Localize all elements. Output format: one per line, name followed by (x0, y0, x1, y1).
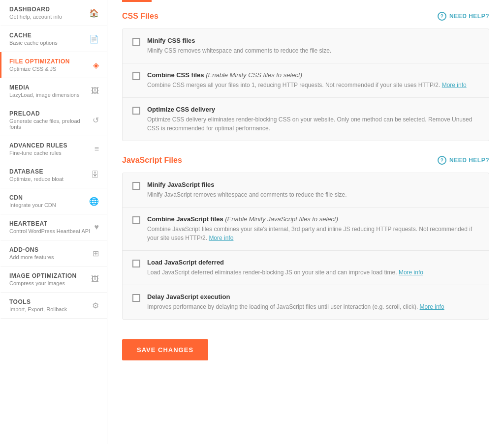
sidebar-title-advanced-rules: ADVANCED RULES (9, 142, 91, 149)
checkbox-defer-js[interactable] (132, 260, 140, 267)
sidebar-item-tools[interactable]: TOOLS Import, Export, Rollback ⚙ (0, 293, 107, 319)
sidebar-icon-database: 🗄 (91, 171, 99, 179)
sidebar-item-cache[interactable]: CACHE Basic cache options 📄 (0, 26, 107, 52)
js-options-card: Minify JavaScript files Minify JavaScrip… (122, 173, 489, 320)
sidebar-text-heartbeat: HEARTBEAT Control WordPress Heartbeat AP… (9, 220, 91, 234)
option-text-defer-js: Load JavaScript deferred Load JavaScript… (147, 259, 479, 277)
sidebar-subtitle-advanced-rules: Fine-tune cache rules (9, 150, 91, 156)
sidebar-icon-tools: ⚙ (92, 301, 99, 310)
sidebar-item-heartbeat[interactable]: HEARTBEAT Control WordPress Heartbeat AP… (0, 214, 107, 240)
option-row-optimize-css: Optimize CSS delivery Optimize CSS deliv… (123, 98, 489, 141)
more-info-link-defer-js[interactable]: More info (399, 269, 423, 276)
sidebar-item-file-optimization[interactable]: ➜ FILE OPTIMIZATION Optimize CSS & JS ◈ (0, 52, 107, 78)
more-info-link-combine-css[interactable]: More info (442, 82, 467, 89)
sidebar-subtitle-media: LazyLoad, image dimensions (9, 92, 87, 98)
sidebar-subtitle-add-ons: Add more features (9, 254, 89, 260)
sidebar-subtitle-preload: Generate cache files, preload fonts (9, 118, 89, 130)
sidebar-text-media: MEDIA LazyLoad, image dimensions (9, 84, 87, 98)
save-changes-button[interactable]: SAVE CHANGES (122, 339, 208, 360)
sidebar-title-media: MEDIA (9, 84, 87, 91)
js-section-header: JavaScript Files ? NEED HELP? (122, 156, 489, 165)
sidebar: DASHBOARD Get help, account info 🏠 CACHE… (0, 0, 107, 444)
sidebar-icon-media: 🖼 (91, 87, 99, 95)
option-row-minify-css: Minify CSS files Minify CSS removes whit… (123, 29, 489, 63)
css-section-header: CSS Files ? NEED HELP? (122, 12, 489, 21)
sidebar-text-preload: PRELOAD Generate cache files, preload fo… (9, 110, 89, 130)
option-desc-defer-js: Load JavaScript deferred eliminates rend… (147, 268, 479, 277)
checkbox-minify-js[interactable] (132, 182, 140, 190)
option-text-combine-css: Combine CSS files (Enable Minify CSS fil… (147, 71, 479, 89)
sidebar-title-cache: CACHE (9, 32, 85, 39)
option-row-combine-js: Combine JavaScript files (Enable Minify … (123, 207, 489, 251)
sidebar-item-advanced-rules[interactable]: ADVANCED RULES Fine-tune cache rules ≡ (0, 136, 107, 162)
option-row-delay-js: Delay JavaScript execution Improves perf… (123, 285, 489, 319)
option-label-delay-js: Delay JavaScript execution (147, 293, 479, 300)
sidebar-title-heartbeat: HEARTBEAT (9, 220, 91, 227)
sidebar-title-dashboard: DASHBOARD (9, 6, 85, 13)
option-desc-combine-js: Combine JavaScript files combines your s… (147, 225, 479, 242)
sidebar-title-cdn: CDN (9, 194, 85, 201)
sidebar-text-add-ons: ADD-ONS Add more features (9, 246, 89, 260)
js-section-title: JavaScript Files (122, 156, 182, 165)
sidebar-subtitle-dashboard: Get help, account info (9, 14, 85, 20)
sidebar-subtitle-image-optimization: Compress your images (9, 280, 87, 286)
sidebar-text-tools: TOOLS Import, Export, Rollback (9, 298, 88, 312)
sidebar-text-cache: CACHE Basic cache options (9, 32, 85, 46)
sidebar-item-add-ons[interactable]: ADD-ONS Add more features ⊞ (0, 240, 107, 266)
sidebar-title-file-optimization: FILE OPTIMIZATION (9, 58, 89, 65)
sidebar-title-database: DATABASE (9, 168, 87, 175)
option-desc-delay-js: Improves performance by delaying the loa… (147, 302, 479, 311)
sidebar-icon-file-optimization: ◈ (93, 60, 99, 70)
sidebar-subtitle-cache: Basic cache options (9, 40, 85, 46)
option-desc-combine-css: Combine CSS merges all your files into 1… (147, 81, 479, 89)
top-bar (122, 0, 152, 2)
option-label-combine-css: Combine CSS files (Enable Minify CSS fil… (147, 71, 479, 79)
sidebar-item-media[interactable]: MEDIA LazyLoad, image dimensions 🖼 (0, 78, 107, 104)
js-need-help-icon: ? (438, 156, 446, 165)
sidebar-icon-heartbeat: ♥ (94, 223, 99, 232)
css-need-help[interactable]: ? NEED HELP? (438, 12, 489, 21)
sidebar-text-database: DATABASE Optimize, reduce bloat (9, 168, 87, 182)
sidebar-icon-dashboard: 🏠 (89, 8, 99, 18)
checkbox-optimize-css[interactable] (132, 107, 140, 115)
sidebar-title-image-optimization: IMAGE OPTIMIZATION (9, 272, 87, 279)
sidebar-text-file-optimization: FILE OPTIMIZATION Optimize CSS & JS (9, 58, 89, 72)
sidebar-icon-add-ons: ⊞ (93, 249, 99, 258)
sidebar-text-cdn: CDN Integrate your CDN (9, 194, 85, 208)
option-label-optimize-css: Optimize CSS delivery (147, 106, 479, 113)
more-info-link-delay-js[interactable]: More info (420, 303, 444, 310)
sidebar-text-dashboard: DASHBOARD Get help, account info (9, 6, 85, 20)
option-text-minify-css: Minify CSS files Minify CSS removes whit… (147, 37, 479, 55)
option-desc-optimize-css: Optimize CSS delivery eliminates render-… (147, 115, 479, 133)
option-label-defer-js: Load JavaScript deferred (147, 259, 479, 266)
sidebar-item-cdn[interactable]: CDN Integrate your CDN 🌐 (0, 188, 107, 214)
css-options-card: Minify CSS files Minify CSS removes whit… (122, 29, 489, 141)
sidebar-icon-advanced-rules: ≡ (94, 145, 99, 153)
checkbox-combine-js[interactable] (132, 216, 140, 224)
option-row-minify-js: Minify JavaScript files Minify JavaScrip… (123, 173, 489, 207)
sidebar-text-advanced-rules: ADVANCED RULES Fine-tune cache rules (9, 142, 91, 156)
option-row-combine-css: Combine CSS files (Enable Minify CSS fil… (123, 63, 489, 98)
sidebar-icon-preload: ↺ (93, 116, 99, 125)
js-need-help[interactable]: ? NEED HELP? (438, 156, 489, 165)
option-row-defer-js: Load JavaScript deferred Load JavaScript… (123, 251, 489, 285)
checkbox-combine-css[interactable] (132, 72, 140, 80)
need-help-icon: ? (438, 12, 446, 21)
css-section-title: CSS Files (122, 12, 158, 21)
checkbox-delay-js[interactable] (132, 294, 140, 302)
sidebar-icon-image-optimization: 🖼 (91, 275, 99, 284)
option-label-minify-css: Minify CSS files (147, 37, 479, 44)
sidebar-item-dashboard[interactable]: DASHBOARD Get help, account info 🏠 (0, 0, 107, 26)
sidebar-subtitle-database: Optimize, reduce bloat (9, 176, 87, 182)
sidebar-title-add-ons: ADD-ONS (9, 246, 89, 253)
sidebar-item-preload[interactable]: PRELOAD Generate cache files, preload fo… (0, 104, 107, 136)
sidebar-item-image-optimization[interactable]: IMAGE OPTIMIZATION Compress your images … (0, 266, 107, 293)
option-label-minify-js: Minify JavaScript files (147, 181, 479, 188)
sidebar-item-database[interactable]: DATABASE Optimize, reduce bloat 🗄 (0, 162, 107, 188)
main-content: CSS Files ? NEED HELP? Minify CSS files … (107, 0, 504, 444)
more-info-link-combine-js[interactable]: More info (209, 235, 233, 241)
sidebar-title-tools: TOOLS (9, 298, 88, 305)
option-label-combine-js: Combine JavaScript files (Enable Minify … (147, 215, 479, 223)
checkbox-minify-css[interactable] (132, 38, 140, 46)
sidebar-icon-cdn: 🌐 (89, 197, 99, 206)
